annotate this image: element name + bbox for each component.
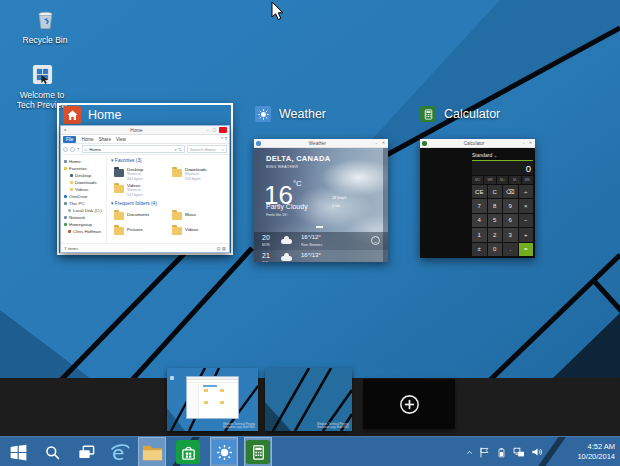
key-decimal: . xyxy=(503,243,518,256)
taskbar-clock[interactable]: 4:52 AM 10/20/2014 xyxy=(547,442,615,461)
explorer-titlebar: ▸ Home – ▢ xyxy=(61,126,229,135)
back-icon xyxy=(63,147,68,152)
search-button[interactable] xyxy=(38,437,66,466)
sidebar-item-network: Network xyxy=(64,214,106,221)
key-mr: MR xyxy=(484,176,495,184)
key-ms: MS xyxy=(522,176,533,184)
desktop2-wallpaper xyxy=(265,368,352,431)
sidebar-item-desktop: Desktop xyxy=(64,172,106,179)
calculator-window-thumbnail[interactable]: Calculator – ✕ Standard ⌄ 0 MC MR M+ M- … xyxy=(420,139,535,258)
volume-icon[interactable] xyxy=(530,445,544,459)
section-frequent-title: ▾ Frequent folders (4) xyxy=(111,201,157,206)
section-favorites-title: ▾ Favorites (3) xyxy=(111,158,142,163)
sidebar-item-home: Home xyxy=(64,158,106,165)
view-toggle-icons: ▤ ▦ xyxy=(216,246,226,251)
weather-taskbar-button[interactable] xyxy=(210,437,238,466)
key-4: 4 xyxy=(472,214,487,227)
key-8: 8 xyxy=(488,199,503,212)
forecast2-cloud-icon xyxy=(281,256,292,261)
documents-folder-icon xyxy=(114,212,124,220)
folder-icon xyxy=(141,441,164,464)
clock-time: 4:52 AM xyxy=(547,442,615,452)
task-view-button[interactable] xyxy=(72,437,100,466)
calculator-memory-row: MC MR M+ M- MS xyxy=(472,176,533,184)
calculator-titlebar-icon xyxy=(422,141,427,146)
search-placeholder: Search Home xyxy=(190,147,216,152)
calculator-taskbar-button[interactable] xyxy=(244,437,272,466)
add-desktop-button[interactable] xyxy=(363,379,455,429)
calculator-window-title: Calculator xyxy=(429,139,519,148)
forecast-row-1: 20 MON 16°/12° Rain Showers ⌄ xyxy=(254,232,388,250)
folder-item-videos: Videos xyxy=(172,225,228,235)
task-view-icon xyxy=(77,443,96,462)
system-tray xyxy=(465,437,544,466)
store-button[interactable] xyxy=(174,437,202,466)
ribbon-tab-view: View xyxy=(116,137,126,142)
weather-titlebar: Weather – ✕ xyxy=(254,139,388,148)
key-multiply: × xyxy=(519,199,534,212)
key-7: 7 xyxy=(472,199,487,212)
store-bag-icon xyxy=(178,442,199,463)
key-3: 3 xyxy=(503,228,518,241)
weather-app-content: DELTA, CANADA BING WEATHER 16°C Partly C… xyxy=(254,148,388,262)
recycle-bin-icon xyxy=(32,6,59,33)
file-explorer-button[interactable] xyxy=(138,437,166,466)
file-item-downloads: DownloadsShortcut503 bytes xyxy=(172,167,228,181)
taskview-calculator-header[interactable]: Calculator xyxy=(420,106,500,122)
explorer-window-thumbnail[interactable]: ▸ Home – ▢ File Home Share View ^ ? ↑ ⌂ … xyxy=(60,125,230,253)
explorer-ribbon-tabs: File Home Share View ^ ? xyxy=(61,135,229,144)
clock-date: 10/20/2014 xyxy=(547,452,615,462)
weather-visibility: 5 km xyxy=(332,204,340,208)
calculator-minimize-button: – xyxy=(521,141,526,145)
desktop-shortcut-icon xyxy=(114,169,124,177)
sun-icon xyxy=(215,443,234,462)
calculator-icon xyxy=(422,108,435,121)
key-0: 0 xyxy=(488,243,503,256)
store-tile xyxy=(176,440,200,464)
recycle-bin-label: Recycle Bin xyxy=(5,35,85,45)
desktop1-mini-window xyxy=(186,376,239,419)
key-negate: ± xyxy=(472,243,487,256)
explorer-address-bar: ↑ ⌂ Home ∨ ↻ Search Home ⌕ xyxy=(61,144,229,155)
calculator-icon xyxy=(249,443,268,462)
sun-icon xyxy=(257,108,270,121)
key-c: C xyxy=(488,185,503,198)
taskview-item-home[interactable]: Home ▸ Home – ▢ File Home Share View ^ ?… xyxy=(57,103,233,255)
downloads-folder-icon xyxy=(172,169,182,177)
desktop-thumbnail-2[interactable]: Windows Technical Preview Evaluation cop… xyxy=(265,368,352,431)
show-hidden-icons-button[interactable] xyxy=(465,448,474,457)
weather-right-edge-panel xyxy=(383,148,388,262)
forecast2-range: 16°/13° xyxy=(301,252,321,258)
forecast-row-2: 21 TUE 16°/13° xyxy=(254,250,388,262)
desktop-icon-recycle-bin[interactable]: Recycle Bin xyxy=(5,6,85,45)
calculator-mode-selector: Standard ⌄ xyxy=(472,151,533,160)
taskview-weather-header[interactable]: Weather xyxy=(255,106,326,122)
calculator-display: 0 xyxy=(472,160,533,175)
key-add: + xyxy=(519,228,534,241)
key-ce: CE xyxy=(472,185,487,198)
item-count: 7 items xyxy=(64,246,78,251)
welcome-label-line1: Welcome to xyxy=(2,90,82,100)
battery-icon[interactable] xyxy=(495,446,508,459)
internet-explorer-button[interactable] xyxy=(106,437,134,466)
search-icon xyxy=(43,443,62,462)
plus-icon xyxy=(398,393,421,416)
sidebar-item-user: Chris Hoffman xyxy=(64,228,106,235)
desktop2-watermark: Windows Technical Preview Evaluation cop… xyxy=(317,423,349,429)
network-icon[interactable] xyxy=(512,445,526,459)
taskbar: 4:52 AM 10/20/2014 xyxy=(0,436,620,466)
action-center-flag-icon[interactable] xyxy=(478,446,491,459)
ribbon-tab-home: Home xyxy=(81,137,93,142)
weather-window-thumbnail[interactable]: Weather – ✕ DELTA, CANADA BING WEATHER 1… xyxy=(254,139,388,262)
taskview-home-header: Home xyxy=(59,105,231,125)
calculator-keypad: CE C ⌫ ÷ 7 8 9 × 4 5 6 − 1 2 3 + ± xyxy=(472,185,533,256)
chevron-down-icon: ⌄ xyxy=(494,153,497,158)
folder-item-music: Music xyxy=(172,210,228,220)
start-button[interactable] xyxy=(4,437,32,466)
key-backspace: ⌫ xyxy=(503,185,518,198)
desktop-thumbnail-1[interactable]: Windows Technical Preview Evaluation cop… xyxy=(167,368,258,431)
breadcrumb: ⌂ Home ∨ ↻ xyxy=(82,145,186,153)
sidebar-item-onedrive: OneDrive xyxy=(64,193,106,200)
explorer-maximize-button: ▢ xyxy=(212,128,217,132)
weather-close-button: ✕ xyxy=(381,141,386,145)
